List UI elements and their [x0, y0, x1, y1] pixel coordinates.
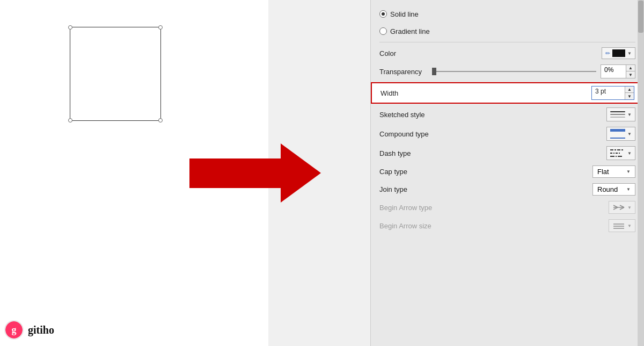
- dash-seg: [610, 153, 612, 154]
- sketched-style-row: Sketched style ▼: [371, 105, 644, 124]
- shape-rect: [70, 27, 161, 121]
- dash-seg: [618, 156, 622, 157]
- begin-arrow-size-row: Begin Arrow size ▼: [371, 217, 644, 235]
- join-type-label: Join type: [379, 185, 592, 193]
- width-row: Width 3 pt ▲ ▼: [371, 82, 644, 104]
- compound-type-label: Compound type: [379, 130, 606, 138]
- color-button[interactable]: ✏ ▼: [602, 47, 635, 59]
- join-type-arrow: ▼: [626, 187, 631, 192]
- dash-seg: [619, 153, 620, 154]
- join-type-dropdown[interactable]: Round ▼: [592, 183, 635, 196]
- handle-top-left[interactable]: [68, 25, 72, 30]
- sketched-dropdown-arrow: ▼: [627, 112, 632, 117]
- transparency-spin-buttons: ▲ ▼: [626, 65, 635, 78]
- begin-arrow-icon: [612, 203, 625, 212]
- arrow-container: [188, 141, 322, 205]
- compound-icon: [610, 129, 625, 139]
- transparency-spin-down[interactable]: ▼: [626, 71, 635, 78]
- solid-line-row: Solid line: [371, 5, 644, 23]
- begin-arrow-size-dropdown[interactable]: ▼: [609, 219, 635, 232]
- right-panel: Solid line Gradient line Color ✏ ▼ Trans…: [370, 0, 644, 346]
- color-row: Color ✏ ▼: [371, 45, 644, 62]
- solid-line-label[interactable]: Solid line: [379, 10, 419, 18]
- dash-type-dropdown[interactable]: ▼: [606, 146, 635, 160]
- dash-seg: [616, 156, 617, 157]
- width-label: Width: [380, 89, 591, 97]
- dash-seg: [610, 149, 613, 150]
- dash-seg: [617, 149, 620, 150]
- transparency-row: Transparency 0% ▲ ▼: [371, 62, 644, 81]
- cap-type-dropdown[interactable]: Flat ▼: [592, 165, 635, 178]
- begin-arrow-size-icon: [612, 221, 625, 230]
- scrollbar-thumb[interactable]: [638, 1, 643, 33]
- transparency-label: Transparency: [379, 68, 428, 76]
- solid-line-radio[interactable]: [379, 10, 387, 18]
- color-dropdown-arrow: ▼: [627, 51, 632, 56]
- arrow-head: [281, 143, 321, 203]
- dash-type-label: Dash type: [379, 149, 606, 157]
- width-spin-down[interactable]: ▼: [625, 93, 634, 99]
- join-type-value: Round: [597, 185, 618, 193]
- compound-thin-line: [610, 138, 625, 139]
- scrollbar[interactable]: [638, 0, 644, 346]
- dash-row-2: [610, 153, 625, 154]
- dash-seg: [610, 156, 614, 157]
- cap-type-arrow: ▼: [626, 169, 631, 174]
- dash-row-3: [610, 156, 625, 157]
- gitiho-g-letter: g: [5, 321, 23, 338]
- transparency-input-box: 0% ▲ ▼: [601, 64, 635, 78]
- logo-area: g gitiho: [4, 320, 54, 340]
- sketched-icon: [610, 110, 625, 119]
- width-spin-buttons: ▲ ▼: [625, 86, 634, 99]
- sketched-line-3: [610, 117, 625, 118]
- begin-arrow-size-dropdown-arrow: ▼: [627, 224, 632, 228]
- handle-bottom-right[interactable]: [158, 118, 163, 122]
- cap-type-value: Flat: [597, 168, 609, 176]
- compound-thick-line: [610, 129, 625, 132]
- gradient-line-row: Gradient line: [371, 23, 644, 40]
- dash-icon: [610, 148, 625, 158]
- begin-arrow-type-dropdown[interactable]: ▼: [609, 201, 635, 214]
- gitiho-name: gitiho: [28, 324, 54, 336]
- transparency-spin-up[interactable]: ▲: [626, 65, 635, 71]
- dash-seg: [621, 149, 623, 150]
- begin-arrow-size-label: Begin Arrow size: [379, 222, 609, 230]
- compound-type-row: Compound type ▼: [371, 124, 644, 143]
- arrow-body: [189, 158, 281, 188]
- handle-top-right[interactable]: [158, 25, 163, 30]
- color-swatch: [612, 49, 625, 57]
- transparency-slider[interactable]: [432, 71, 596, 72]
- width-spin-up[interactable]: ▲: [625, 86, 634, 93]
- divider-1: [379, 42, 635, 42]
- width-value[interactable]: 3 pt: [592, 86, 625, 99]
- gradient-line-radio[interactable]: [379, 27, 387, 35]
- canvas-area: g gitiho: [0, 0, 370, 346]
- transparency-value: 0%: [601, 65, 626, 78]
- sketched-line-1: [610, 111, 625, 112]
- cap-type-label: Cap type: [379, 168, 592, 176]
- compound-dropdown-arrow: ▼: [627, 132, 632, 136]
- handle-bottom-left[interactable]: [68, 118, 72, 122]
- dash-seg: [613, 153, 614, 154]
- dash-dropdown-arrow: ▼: [627, 151, 632, 156]
- begin-arrow-type-label: Begin Arrow type: [379, 204, 609, 212]
- gradient-line-label[interactable]: Gradient line: [379, 27, 430, 35]
- gitiho-logo: g: [4, 320, 24, 340]
- begin-arrow-type-row: Begin Arrow type ▼: [371, 198, 644, 217]
- shape-container[interactable]: [59, 16, 177, 140]
- begin-arrow-dropdown-arrow: ▼: [627, 205, 632, 210]
- dash-seg: [614, 149, 616, 150]
- width-input-box: 3 pt ▲ ▼: [591, 86, 634, 100]
- sketched-style-label: Sketched style: [379, 111, 606, 119]
- pencil-icon: ✏: [605, 50, 610, 57]
- dash-seg: [616, 153, 618, 154]
- join-type-row: Join type Round ▼: [371, 181, 644, 198]
- compound-type-dropdown[interactable]: ▼: [606, 127, 635, 141]
- red-arrow: [189, 143, 321, 203]
- color-label: Color: [379, 49, 602, 57]
- sketched-line-2: [610, 114, 625, 115]
- dash-row-1: [610, 149, 625, 150]
- slider-thumb[interactable]: [432, 68, 436, 75]
- sketched-style-dropdown[interactable]: ▼: [606, 107, 635, 121]
- dash-type-row: Dash type: [371, 143, 644, 163]
